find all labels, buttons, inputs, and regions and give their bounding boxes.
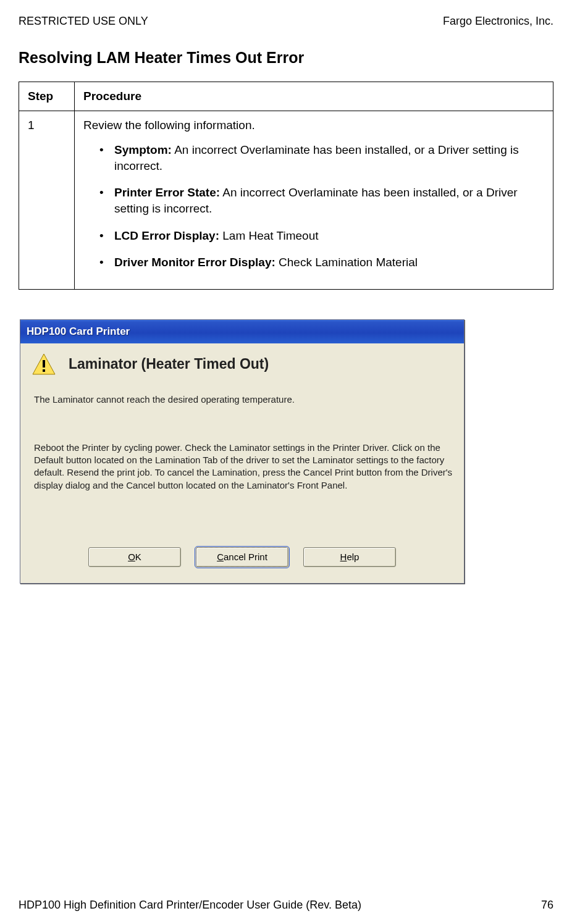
list-item: Printer Error State: An incorrect Overla… bbox=[99, 185, 544, 216]
svg-rect-0 bbox=[43, 360, 45, 368]
header-right: Fargo Electronics, Inc. bbox=[443, 15, 553, 28]
dialog-text-primary: The Laminator cannot reach the desired o… bbox=[34, 394, 453, 405]
col-header-procedure: Procedure bbox=[75, 82, 553, 111]
cell-procedure: Review the following information. Sympto… bbox=[75, 111, 553, 290]
dialog-title: HDP100 Card Printer bbox=[27, 326, 460, 338]
lcd-error-label: LCD Error Display: bbox=[114, 229, 219, 242]
printer-error-state-label: Printer Error State: bbox=[114, 186, 220, 199]
list-item: LCD Error Display: Lam Heat Timeout bbox=[99, 228, 544, 244]
svg-rect-1 bbox=[43, 369, 45, 372]
footer-page-number: 76 bbox=[541, 899, 553, 912]
warning-icon bbox=[32, 352, 56, 377]
dialog-titlebar: HDP100 Card Printer bbox=[20, 320, 464, 343]
ok-mnemonic: O bbox=[128, 552, 135, 562]
help-label: elp bbox=[347, 552, 359, 562]
cancel-mnemonic: C bbox=[217, 552, 224, 562]
section-title: Resolving LAM Heater Times Out Error bbox=[19, 49, 553, 67]
symptom-text: An incorrect Overlaminate has been insta… bbox=[114, 143, 519, 172]
col-header-step: Step bbox=[19, 82, 75, 111]
procedure-table: Step Procedure 1 Review the following in… bbox=[19, 82, 553, 290]
help-button[interactable]: Help bbox=[303, 547, 396, 567]
ok-button[interactable]: OK bbox=[88, 547, 181, 567]
footer-left: HDP100 High Definition Card Printer/Enco… bbox=[19, 899, 361, 912]
help-mnemonic: H bbox=[340, 552, 347, 562]
header-left: RESTRICTED USE ONLY bbox=[19, 15, 148, 28]
dialog-button-row: OK Cancel Print Help bbox=[32, 547, 453, 572]
procedure-intro: Review the following information. bbox=[83, 119, 544, 132]
list-item: Driver Monitor Error Display: Check Lami… bbox=[99, 254, 544, 271]
lcd-error-text: Lam Heat Timeout bbox=[219, 229, 319, 242]
driver-monitor-error-text: Check Lamination Material bbox=[275, 256, 418, 269]
dialog-text-instructions: Reboot the Printer by cycling power. Che… bbox=[34, 442, 453, 492]
dialog-heading: Laminator (Heater Timed Out) bbox=[69, 352, 269, 372]
cancel-label: ancel Print bbox=[224, 552, 267, 562]
symptom-label: Symptom: bbox=[114, 143, 172, 156]
cancel-print-button[interactable]: Cancel Print bbox=[196, 547, 288, 567]
page-footer: HDP100 High Definition Card Printer/Enco… bbox=[19, 899, 553, 912]
page-header: RESTRICTED USE ONLY Fargo Electronics, I… bbox=[19, 15, 553, 28]
cell-step-number: 1 bbox=[19, 111, 75, 290]
list-item: Symptom: An incorrect Overlaminate has b… bbox=[99, 142, 544, 174]
error-dialog: HDP100 Card Printer Laminator (Heater Ti… bbox=[20, 319, 465, 584]
dialog-body: Laminator (Heater Timed Out) The Laminat… bbox=[20, 343, 464, 583]
ok-label: K bbox=[135, 552, 141, 562]
table-row: 1 Review the following information. Symp… bbox=[19, 111, 553, 290]
driver-monitor-error-label: Driver Monitor Error Display: bbox=[114, 256, 275, 269]
